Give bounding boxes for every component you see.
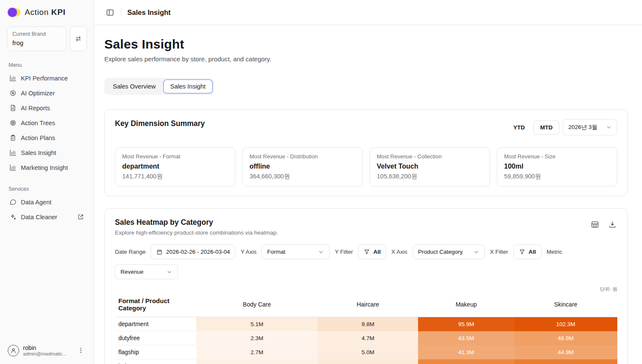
sidebar-item-kpi-performance[interactable]: KPI Performance — [7, 71, 87, 86]
x-filter-button[interactable]: All — [513, 244, 542, 259]
x-filter-value: All — [529, 249, 536, 255]
menu-section-label: Menu — [9, 62, 87, 68]
funnel-icon — [519, 249, 525, 255]
clipboard-icon — [9, 134, 17, 141]
key-dimension-summary-card: Key Dimension Summary YTD MTD 2026년 3월 M… — [104, 109, 628, 196]
heatmap-cell[interactable]: 5.0M — [318, 345, 418, 359]
heatmap-cell[interactable]: 2.3M — [196, 331, 318, 345]
x-filter-label: X Filter — [490, 249, 508, 255]
heatmap-tbody: department5.1M9.8M95.9M102.3Mdutyfree2.3… — [115, 317, 617, 364]
heatmap-cell[interactable]: 5.1M — [196, 317, 318, 331]
summary-card-amount: 105,638,200원 — [377, 172, 483, 181]
app-logo-icon — [8, 8, 21, 17]
metric-label: Metric — [547, 249, 562, 255]
swap-arrows-icon — [75, 35, 82, 42]
y-filter-label: Y Filter — [335, 249, 353, 255]
chevron-down-icon — [318, 249, 324, 255]
summary-card-format: Most Revenue - Format department 141,771… — [115, 147, 235, 186]
summary-card-distribution: Most Revenue - Distribution offline 364,… — [242, 147, 363, 186]
heatmap-column-header: Makeup — [418, 293, 514, 317]
summary-card-value: 100ml — [504, 163, 610, 170]
bar-chart-icon — [9, 164, 17, 171]
y-axis-select[interactable]: Format — [261, 244, 330, 259]
ytd-button[interactable]: YTD — [508, 121, 530, 134]
heatmap-cell[interactable]: 6.2M — [318, 359, 418, 364]
metric-select[interactable]: Revenue — [115, 264, 178, 279]
app-name-regular: Action — [25, 8, 49, 17]
month-select[interactable]: 2026년 3월 — [563, 119, 617, 135]
table-view-button[interactable] — [590, 220, 600, 229]
mtd-button[interactable]: MTD — [533, 120, 559, 135]
heatmap-cell[interactable]: 9.8M — [318, 317, 418, 331]
download-button[interactable] — [608, 220, 617, 229]
heatmap-corner-header: Format / Product Category — [115, 293, 196, 317]
bar-chart-icon — [9, 149, 17, 156]
page-subtitle: Explore sales performance by store, prod… — [104, 55, 628, 63]
kebab-menu-icon — [77, 347, 84, 354]
file-text-icon — [9, 104, 17, 112]
sidebar-item-sales-insight[interactable]: Sales Insight — [7, 145, 87, 160]
heatmap-cell[interactable]: 3.4M — [196, 359, 318, 364]
heatmap-cell[interactable]: 102.3M — [514, 317, 617, 331]
summary-card-label: Most Revenue - Collection — [377, 153, 483, 160]
services-section-label: Services — [9, 186, 87, 192]
heatmap-cell[interactable]: 65.7M — [418, 359, 514, 364]
heatmap-cell[interactable]: 43.5M — [418, 331, 514, 345]
chat-bubble-icon — [9, 198, 17, 206]
x-axis-select[interactable]: Product Category — [413, 244, 485, 259]
sidebar-toggle-button[interactable] — [105, 8, 115, 17]
month-select-value: 2026년 3월 — [568, 123, 597, 131]
y-axis-value: Format — [267, 249, 285, 255]
heatmap-cell[interactable]: 73.2M — [514, 359, 617, 364]
sidebar-item-label: Data Cleaner — [21, 214, 57, 221]
bar-chart-icon — [9, 75, 17, 82]
summary-card-amount: 141,771,400원 — [122, 172, 228, 181]
sidebar-item-label: Action Plans — [21, 135, 55, 141]
unit-label: 단위: 원 — [115, 286, 617, 292]
heatmap-cell[interactable]: 41.3M — [418, 345, 514, 359]
heatmap-row-label: flagship — [115, 345, 196, 359]
external-link-icon — [77, 213, 84, 221]
sidebar-item-label: KPI Performance — [21, 75, 68, 82]
y-filter-button[interactable]: All — [358, 244, 386, 259]
main-area: Sales Insight Sales Insight Explore sale… — [94, 0, 642, 364]
sidebar-item-action-trees[interactable]: Action Trees — [7, 115, 87, 130]
x-axis-label: X Axis — [391, 249, 407, 255]
key-dimension-summary-title: Key Dimension Summary — [115, 119, 205, 128]
user-menu-button[interactable] — [76, 345, 86, 355]
summary-card-value: department — [122, 163, 228, 170]
sidebar-item-data-cleaner[interactable]: Data Cleaner — [7, 209, 87, 224]
sidebar-item-label: AI Reports — [21, 105, 50, 112]
heatmap-column-header: Haircare — [318, 293, 418, 317]
heatmap-row: flagship2.7M5.0M41.3M44.9M — [115, 345, 617, 359]
heatmap-cell[interactable]: 48.9M — [514, 331, 617, 345]
sidebar-item-ai-reports[interactable]: AI Reports — [7, 100, 87, 115]
sidebar-item-label: Action Trees — [21, 120, 55, 126]
heatmap-cell[interactable]: 2.7M — [196, 345, 318, 359]
sidebar: Action KPI Current Brand frog Menu KPI P… — [0, 0, 94, 364]
sales-heatmap-card: Sales Heatmap by Category Explore high-e… — [104, 208, 628, 364]
sidebar-item-ai-optimizer[interactable]: AI Optimizer — [7, 86, 87, 100]
heatmap-cell[interactable]: 4.7M — [318, 331, 418, 345]
y-axis-label: Y Axis — [241, 249, 256, 255]
calendar-icon — [156, 249, 163, 255]
sidebar-item-data-agent[interactable]: Data Agent — [7, 195, 87, 209]
heatmap-cell[interactable]: 44.9M — [514, 345, 617, 359]
summary-card-amount: 364,660,300원 — [249, 172, 355, 181]
tab-sales-overview[interactable]: Sales Overview — [106, 79, 163, 94]
sidebar-item-label: Sales Insight — [21, 149, 56, 156]
tab-sales-insight[interactable]: Sales Insight — [163, 79, 213, 94]
brand-switch-button[interactable] — [70, 26, 87, 51]
heatmap-cell[interactable]: 95.9M — [418, 317, 514, 331]
metric-value: Revenue — [120, 269, 143, 275]
summary-card-label: Most Revenue - Distribution — [249, 153, 355, 160]
sidebar-item-marketing-insight[interactable]: Marketing Insight — [7, 160, 87, 175]
user-profile[interactable]: robin admin@madmatic... — [7, 343, 87, 358]
sidebar-item-label: Data Agent — [21, 199, 52, 206]
sidebar-item-action-plans[interactable]: Action Plans — [7, 130, 87, 145]
date-range-value: 2026-02-26 - 2026-03-04 — [166, 249, 230, 255]
topbar-title: Sales Insight — [127, 9, 171, 17]
brain-icon — [9, 89, 17, 97]
date-range-picker[interactable]: 2026-02-26 - 2026-03-04 — [151, 244, 235, 259]
user-email: admin@madmatic... — [23, 351, 66, 356]
